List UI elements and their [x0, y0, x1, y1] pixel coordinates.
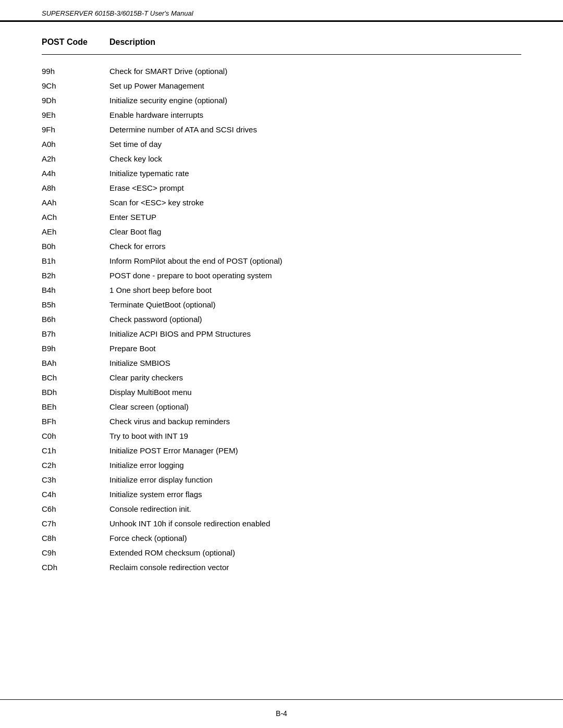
post-desc-cell: Clear screen (optional) — [109, 401, 189, 413]
post-desc-cell: Scan for <ESC> key stroke — [109, 196, 204, 209]
post-code-cell: AAh — [42, 196, 109, 209]
post-desc-cell: Extended ROM checksum (optional) — [109, 547, 235, 559]
table-row: CDhReclaim console redirection vector — [42, 561, 521, 574]
table-row: A0hSet time of day — [42, 138, 521, 151]
table-row: C7hUnhook INT 10h if console redirection… — [42, 517, 521, 530]
post-desc-cell: Clear Boot flag — [109, 226, 161, 238]
page-header: SUPERSERVER 6015B-3/6015B-T User's Manua… — [0, 0, 563, 22]
post-code-cell: BCh — [42, 372, 109, 384]
post-code-cell: C7h — [42, 517, 109, 530]
table-row: BAhInitialize SMBIOS — [42, 357, 521, 369]
post-desc-cell: 1 One short beep before boot — [109, 284, 212, 297]
post-desc-cell: Check for SMART Drive (optional) — [109, 65, 227, 78]
post-code-cell: C6h — [42, 503, 109, 515]
table-row: B0hCheck for errors — [42, 240, 521, 253]
post-code-cell: B9h — [42, 342, 109, 355]
post-code-cell: C2h — [42, 459, 109, 472]
table-row: 9ChSet up Power Management — [42, 80, 521, 92]
table-header: POST Code Description — [42, 38, 521, 47]
post-code-cell: ACh — [42, 211, 109, 224]
post-code-cell: C8h — [42, 532, 109, 545]
post-desc-cell: Enable hardware interrupts — [109, 109, 203, 121]
table-row: 9EhEnable hardware interrupts — [42, 109, 521, 121]
table-row: 9FhDetermine number of ATA and SCSI driv… — [42, 124, 521, 136]
post-code-cell: A8h — [42, 182, 109, 194]
post-code-cell: C4h — [42, 488, 109, 501]
table-row: B5hTerminate QuietBoot (optional) — [42, 299, 521, 311]
post-code-cell: C1h — [42, 445, 109, 457]
table-row: A2hCheck key lock — [42, 153, 521, 165]
table-row: B1hInform RomPilot about the end of POST… — [42, 255, 521, 267]
post-desc-cell: Initialize error logging — [109, 459, 184, 472]
table-row: B7hInitialize ACPI BIOS and PPM Structur… — [42, 328, 521, 340]
post-desc-cell: Initialize POST Error Manager (PEM) — [109, 445, 238, 457]
post-desc-cell: Set up Power Management — [109, 80, 204, 92]
table-divider — [42, 54, 521, 55]
table-row: BDhDisplay MultiBoot menu — [42, 386, 521, 399]
post-code-cell: A0h — [42, 138, 109, 151]
post-desc-cell: Console redirection init. — [109, 503, 191, 515]
post-desc-cell: Check key lock — [109, 153, 162, 165]
post-code-cell: B0h — [42, 240, 109, 253]
post-desc-cell: Initialize SMBIOS — [109, 357, 170, 369]
post-code-cell: B2h — [42, 269, 109, 282]
post-code-cell: AEh — [42, 226, 109, 238]
table-row: C1hInitialize POST Error Manager (PEM) — [42, 445, 521, 457]
table-row: AAhScan for <ESC> key stroke — [42, 196, 521, 209]
main-content: POST Code Description 99hCheck for SMART… — [0, 22, 563, 699]
post-desc-cell: Initialize ACPI BIOS and PPM Structures — [109, 328, 251, 340]
post-desc-cell: Check password (optional) — [109, 313, 202, 326]
post-desc-cell: Determine number of ATA and SCSI drives — [109, 124, 257, 136]
table-row: B6hCheck password (optional) — [42, 313, 521, 326]
table-row: BEhClear screen (optional) — [42, 401, 521, 413]
post-code-cell: 9Fh — [42, 124, 109, 136]
table-row: C6hConsole redirection init. — [42, 503, 521, 515]
post-code-cell: BDh — [42, 386, 109, 399]
post-code-cell: C9h — [42, 547, 109, 559]
table-row: A4hInitialize typematic rate — [42, 167, 521, 180]
table-row: C0hTry to boot with INT 19 — [42, 430, 521, 442]
table-row: C8hForce check (optional) — [42, 532, 521, 545]
post-desc-cell: Initialize error display function — [109, 474, 213, 486]
post-code-cell: C0h — [42, 430, 109, 442]
post-desc-cell: Initialize typematic rate — [109, 167, 189, 180]
post-code-cell: BAh — [42, 357, 109, 369]
post-code-cell: 9Dh — [42, 94, 109, 107]
post-code-cell: B5h — [42, 299, 109, 311]
post-code-cell: BFh — [42, 415, 109, 428]
post-code-cell: B1h — [42, 255, 109, 267]
post-desc-cell: Initialize security engine (optional) — [109, 94, 227, 107]
post-desc-cell: Check virus and backup reminders — [109, 415, 230, 428]
post-code-cell: A2h — [42, 153, 109, 165]
table-body: 99hCheck for SMART Drive (optional)9ChSe… — [42, 65, 521, 574]
post-desc-cell: Prepare Boot — [109, 342, 155, 355]
header-title: SUPERSERVER 6015B-3/6015B-T User's Manua… — [42, 9, 521, 17]
post-desc-cell: Check for errors — [109, 240, 166, 253]
post-code-cell: CDh — [42, 561, 109, 574]
table-row: C9hExtended ROM checksum (optional) — [42, 547, 521, 559]
table-row: 99hCheck for SMART Drive (optional) — [42, 65, 521, 78]
page-container: SUPERSERVER 6015B-3/6015B-T User's Manua… — [0, 0, 563, 728]
post-code-cell: BEh — [42, 401, 109, 413]
table-row: AEhClear Boot flag — [42, 226, 521, 238]
post-desc-cell: Set time of day — [109, 138, 162, 151]
table-row: C2hInitialize error logging — [42, 459, 521, 472]
post-desc-cell: Display MultiBoot menu — [109, 386, 192, 399]
post-desc-cell: Terminate QuietBoot (optional) — [109, 299, 215, 311]
post-desc-cell: Initialize system error flags — [109, 488, 202, 501]
post-desc-cell: Force check (optional) — [109, 532, 187, 545]
post-code-cell: B6h — [42, 313, 109, 326]
table-row: B4h1 One short beep before boot — [42, 284, 521, 297]
page-number: B-4 — [42, 709, 521, 718]
post-desc-cell: Erase <ESC> prompt — [109, 182, 184, 194]
post-code-cell: B7h — [42, 328, 109, 340]
page-footer: B-4 — [0, 699, 563, 728]
table-row: BFhCheck virus and backup reminders — [42, 415, 521, 428]
post-code-cell: 99h — [42, 65, 109, 78]
post-code-cell: C3h — [42, 474, 109, 486]
table-row: B9hPrepare Boot — [42, 342, 521, 355]
post-desc-cell: Clear parity checkers — [109, 372, 183, 384]
col-desc-header: Description — [109, 38, 155, 47]
table-row: 9DhInitialize security engine (optional) — [42, 94, 521, 107]
post-desc-cell: POST done - prepare to boot operating sy… — [109, 269, 272, 282]
